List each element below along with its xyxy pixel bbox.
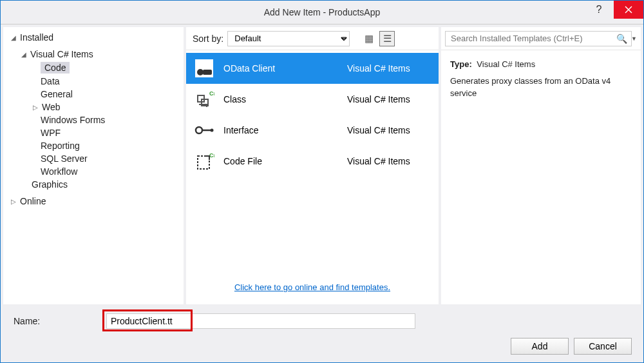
template-name: Interface [223, 125, 338, 135]
template-header: Sort by: Default ▼ ▦ ☰ [186, 27, 439, 50]
template-name: OData Client [223, 63, 338, 74]
tree-csharp-items[interactable]: ◢Visual C# Items [8, 48, 178, 61]
chevron-down-icon: ◢ [21, 51, 28, 58]
close-icon [625, 6, 632, 14]
name-row: Name: [10, 313, 634, 329]
button-row: Add Cancel [10, 338, 634, 355]
titlebar-buttons: ? [584, 1, 643, 19]
svg-point-10 [196, 127, 202, 133]
chevron-down-icon: ◢ [11, 34, 17, 41]
svg-point-4 [197, 69, 204, 75]
help-icon: ? [596, 4, 602, 15]
description-pane: 🔍 ▼ Type: Visual C# Items Generates prox… [441, 27, 641, 304]
tree-general[interactable]: General [8, 88, 178, 101]
template-interface[interactable]: Interface Visual C# Items [186, 115, 439, 146]
interface-icon [194, 120, 214, 141]
name-label: Name: [10, 316, 100, 326]
help-button[interactable]: ? [584, 1, 614, 19]
template-code-file[interactable]: C# Code File Visual C# Items [186, 146, 439, 177]
template-pane: Sort by: Default ▼ ▦ ☰ OData Client Visu… [186, 27, 439, 304]
tree-wpf[interactable]: WPF [8, 126, 178, 139]
sort-select[interactable]: Default [227, 31, 350, 46]
class-icon: C# [194, 89, 214, 110]
tree-sql-server[interactable]: SQL Server [8, 152, 178, 165]
titlebar: Add New Item - ProductsApp ? [1, 1, 643, 24]
template-lang: Visual C# Items [347, 125, 431, 135]
tree-installed[interactable]: ◢Installed [8, 31, 178, 44]
search-input[interactable] [445, 31, 632, 46]
bottom-bar: Name: Add Cancel [1, 307, 643, 362]
category-tree: ◢Installed ◢Visual C# Items Code Data Ge… [3, 27, 184, 304]
online-templates-link[interactable]: Click here to go online and find templat… [234, 282, 390, 292]
tree-web[interactable]: ▷Web [8, 101, 178, 113]
template-name: Class [223, 94, 338, 104]
template-lang: Visual C# Items [347, 156, 431, 166]
dialog-title: Add New Item - ProductsApp [1, 7, 643, 17]
add-new-item-dialog: Add New Item - ProductsApp ? ◢Installed … [0, 0, 644, 363]
description-type-row: Type: Visual C# Items [450, 58, 632, 71]
tree-workflow[interactable]: Workflow [8, 165, 178, 178]
type-label: Type: [450, 59, 472, 69]
sort-label: Sort by: [193, 34, 223, 44]
svg-text:C#: C# [209, 152, 214, 159]
add-button[interactable]: Add [511, 338, 569, 355]
main-area: ◢Installed ◢Visual C# Items Code Data Ge… [1, 24, 643, 307]
description-text: Generates proxy classes from an OData v4… [450, 75, 632, 100]
name-input-wrap [106, 313, 634, 329]
grid-icon: ▦ [365, 33, 374, 44]
template-list: OData Client Visual C# Items C# Class Vi… [186, 50, 439, 272]
svg-text:C#: C# [209, 90, 214, 97]
svg-point-12 [211, 129, 214, 132]
template-lang: Visual C# Items [347, 63, 431, 74]
template-odata-client[interactable]: OData Client Visual C# Items [186, 53, 439, 84]
tree-reporting[interactable]: Reporting [8, 139, 178, 152]
tree-online[interactable]: ▷Online [8, 195, 178, 208]
online-link-wrap: Click here to go online and find templat… [186, 272, 439, 304]
search-wrap: 🔍 ▼ [441, 27, 641, 50]
svg-rect-5 [203, 70, 212, 75]
code-file-icon: C# [194, 151, 214, 172]
template-class[interactable]: C# Class Visual C# Items [186, 84, 439, 115]
chevron-right-icon: ▷ [11, 198, 17, 205]
dropdown-arrow-icon: ▼ [631, 35, 637, 42]
template-lang: Visual C# Items [347, 94, 431, 104]
tree-graphics[interactable]: Graphics [8, 178, 178, 191]
name-input[interactable] [106, 313, 415, 329]
list-icon: ☰ [383, 33, 392, 44]
tree-code[interactable]: Code [8, 61, 178, 75]
cancel-button[interactable]: Cancel [574, 338, 632, 355]
odata-client-icon [194, 58, 214, 79]
tree-data[interactable]: Data [8, 75, 178, 88]
chevron-right-icon: ▷ [33, 104, 39, 111]
close-button[interactable] [614, 1, 643, 19]
template-name: Code File [223, 156, 338, 166]
description-area: Type: Visual C# Items Generates proxy cl… [441, 50, 641, 108]
view-medium-icons-button[interactable]: ▦ [361, 31, 377, 46]
type-value: Visual C# Items [477, 59, 535, 69]
view-list-button[interactable]: ☰ [379, 31, 395, 46]
tree-windows-forms[interactable]: Windows Forms [8, 113, 178, 126]
